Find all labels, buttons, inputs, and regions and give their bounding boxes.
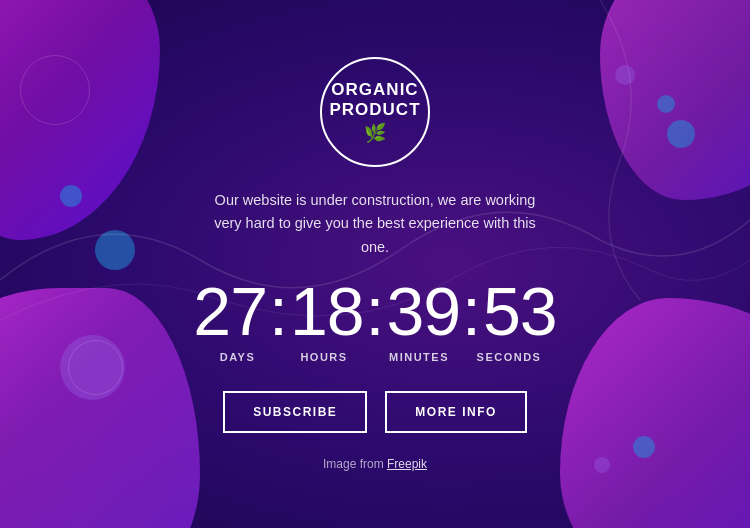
countdown-minutes: 39 [386, 277, 460, 345]
logo-line1: ORGANIC [331, 80, 418, 99]
deco-circle-9 [594, 457, 610, 473]
separator-2: : [366, 277, 385, 345]
logo-leaves: 🌿 [364, 122, 386, 144]
countdown-seconds: 53 [483, 277, 557, 345]
countdown-display: 27 : 18 : 39 : 53 [193, 277, 556, 345]
footer-attribution: Image from Freepik [323, 457, 427, 471]
label-hours: HOURS [277, 351, 372, 363]
more-info-button[interactable]: MORE INFO [385, 391, 527, 433]
action-buttons: SUBSCRIBE MORE INFO [223, 391, 527, 433]
blob-right-bottom [560, 298, 750, 528]
countdown-labels: DAYS HOURS MINUTES SECONDS [199, 351, 552, 363]
deco-circle-8 [633, 436, 655, 458]
footer-text-label: Image from [323, 457, 387, 471]
deco-circle-10 [20, 55, 90, 125]
logo-text: ORGANIC PRODUCT [329, 80, 420, 119]
subscribe-button[interactable]: SUBSCRIBE [223, 391, 367, 433]
separator-1: : [269, 277, 288, 345]
countdown-hours: 18 [290, 277, 364, 345]
label-minutes: MINUTES [372, 351, 467, 363]
label-days: DAYS [199, 351, 277, 363]
tagline: Our website is under construction, we ar… [205, 189, 545, 259]
deco-circle-2 [60, 185, 82, 207]
label-seconds: SECONDS [467, 351, 552, 363]
deco-circle-4 [68, 340, 123, 395]
countdown-days: 27 [193, 277, 267, 345]
logo-line2: PRODUCT [329, 100, 420, 119]
deco-circle-5 [657, 95, 675, 113]
deco-circle-6 [667, 120, 695, 148]
blob-left-top [0, 0, 160, 240]
freepik-link[interactable]: Freepik [387, 457, 427, 471]
deco-circle-7 [615, 65, 635, 85]
deco-circle-1 [95, 230, 135, 270]
blob-right-top [600, 0, 750, 200]
separator-3: : [462, 277, 481, 345]
logo-circle: ORGANIC PRODUCT 🌿 [320, 57, 430, 167]
blob-left-bottom [0, 288, 200, 528]
main-content: ORGANIC PRODUCT 🌿 Our website is under c… [193, 57, 556, 471]
